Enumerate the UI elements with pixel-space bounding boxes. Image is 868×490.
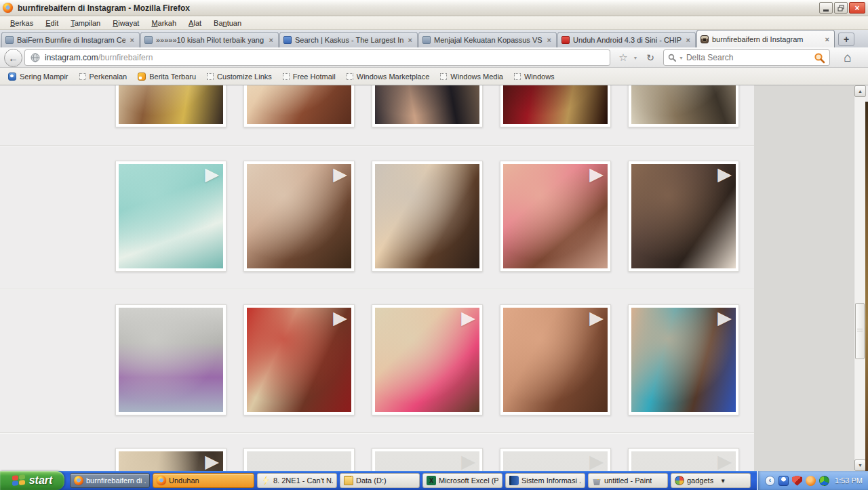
search-bar[interactable]: ▼ — [663, 49, 830, 66]
photo-card[interactable]: ▶ — [500, 304, 611, 415]
menu-alat[interactable]: Alat — [182, 18, 208, 28]
taskbar-clock: 1:53 PM — [835, 476, 863, 485]
photo-thumbnail — [119, 308, 223, 412]
photo-card[interactable]: ▶ — [243, 304, 355, 415]
desktop-wallpaper-edge — [865, 102, 868, 471]
search-input[interactable] — [686, 53, 811, 62]
page-content-instagram-grid: ▶▶▶▶▶▶▶▶▶▶▶▶ ▲ ▼ — [0, 85, 868, 471]
start-button[interactable]: start — [0, 471, 64, 490]
photo-card[interactable]: ▶ — [500, 161, 611, 272]
new-tab-button[interactable]: + — [838, 33, 854, 46]
restore-icon — [837, 5, 844, 12]
back-button[interactable]: ← — [4, 49, 22, 67]
messenger-tray-icon[interactable] — [778, 476, 789, 486]
menu-bantuan[interactable]: Bantuan — [208, 18, 248, 28]
bookmark-windows-marketplace[interactable]: Windows Marketplace — [342, 70, 434, 83]
photo-card[interactable]: ▶ — [628, 448, 739, 471]
minimize-button[interactable] — [819, 2, 833, 14]
photo-row — [115, 85, 739, 127]
bookmark-sering-mampir[interactable]: Sering Mampir — [4, 70, 73, 83]
tray-collapse-button[interactable]: ‹ — [765, 476, 775, 486]
vertical-scrollbar[interactable]: ▲ ▼ — [854, 85, 865, 471]
chevron-down-icon: ▼ — [633, 56, 638, 60]
tab-close-icon[interactable]: × — [685, 36, 692, 44]
graphics-utility-tray-icon[interactable] — [819, 476, 829, 486]
taskbar-button-sistem-informasi[interactable]: Sistem Informasi ... — [505, 473, 585, 488]
menu-riwayat[interactable]: Riwayat — [106, 18, 145, 28]
photo-card[interactable] — [372, 85, 483, 127]
home-button[interactable]: ⌂ — [838, 49, 857, 66]
reload-button[interactable]: ↻ — [643, 51, 658, 64]
photo-card[interactable] — [115, 85, 226, 127]
photo-card[interactable] — [243, 85, 355, 127]
play-icon: ▶ — [589, 309, 604, 327]
tab-close-icon[interactable]: × — [824, 35, 831, 43]
tab-close-icon[interactable]: × — [546, 36, 553, 44]
bookmark-customize-links[interactable]: Customize Links — [203, 70, 276, 83]
photo-card[interactable]: ▶ — [372, 304, 483, 415]
bookmark-windows-media[interactable]: Windows Media — [436, 70, 507, 83]
scrollbar-thumb[interactable] — [855, 303, 865, 359]
bookmark-berita-terbaru[interactable]: Berita Terbaru — [134, 70, 200, 83]
windows-taskbar: start burnfirebaifern di ... Unduhan 8. … — [0, 471, 868, 490]
photo-thumbnail — [631, 85, 736, 124]
photo-card[interactable] — [628, 85, 739, 127]
menu-edit[interactable]: Edit — [39, 18, 64, 28]
taskbar-button-firefox-burnfirebaifern[interactable]: burnfirebaifern di ... — [70, 473, 150, 488]
taskbar-button-data-d-drive[interactable]: Data (D:) — [340, 473, 420, 488]
bookmark-free-hotmail[interactable]: Free Hotmail — [279, 70, 340, 83]
photo-placeholder: ▶ — [503, 451, 608, 471]
taskbar-button-unduhan-downloads[interactable]: Unduhan — [153, 473, 254, 488]
taskbar-button-winamp-2ne1[interactable]: 8. 2NE1 - Can't N... — [257, 473, 337, 488]
photo-card[interactable]: ▶ — [243, 161, 355, 272]
photo-card[interactable] — [115, 304, 226, 415]
back-arrow-icon: ← — [8, 52, 18, 64]
chip-favicon — [561, 36, 570, 44]
menu-tampilan[interactable]: Tampilan — [64, 18, 106, 28]
row-divider — [0, 432, 754, 433]
orange-app-tray-icon[interactable] — [806, 476, 816, 486]
bookmark-windows[interactable]: Windows — [510, 70, 559, 83]
taskbar-button-gadgets[interactable]: gadgets ▼ — [671, 473, 751, 488]
default-bookmark-icon — [514, 73, 521, 80]
photo-card[interactable]: ▶ — [115, 448, 226, 471]
bookmark-dropdown-button[interactable]: ▼ — [631, 51, 640, 64]
default-bookmark-icon — [440, 73, 447, 80]
tab-kaskus-search[interactable]: Search | Kaskus - The Largest Indo... × — [279, 32, 418, 47]
scroll-up-button[interactable]: ▲ — [854, 85, 866, 97]
menu-markah[interactable]: Markah — [145, 18, 182, 28]
restore-button[interactable] — [834, 2, 848, 14]
chevron-down-icon[interactable]: ▼ — [720, 478, 726, 484]
menu-berkas[interactable]: Berkas — [4, 18, 39, 28]
taskbar-button-excel[interactable]: XMicrosoft Excel (P... — [422, 473, 502, 488]
bookmark-star-button[interactable]: ☆ — [616, 51, 631, 64]
search-go-icon[interactable] — [814, 52, 825, 64]
close-button[interactable]: × — [849, 2, 865, 14]
bookmark-perkenalan[interactable]: Perkenalan — [75, 70, 132, 83]
tab-kopassus[interactable]: Menjajal Kekuatan Kopassus VS Gu... × — [418, 32, 557, 47]
search-engine-dropdown-icon[interactable]: ▼ — [679, 56, 684, 60]
system-tray: ‹ 1:53 PM — [757, 471, 868, 490]
photo-card[interactable]: ▶ — [500, 448, 611, 471]
photo-card[interactable] — [372, 161, 483, 272]
tab-burnfirebaifern-active[interactable]: burnfirebaifern di Instagram × — [696, 30, 835, 47]
photo-card[interactable]: ▶ — [628, 304, 739, 415]
photo-card[interactable] — [500, 85, 611, 127]
antivirus-shield-tray-icon[interactable] — [792, 476, 802, 486]
tab-close-icon[interactable]: × — [268, 36, 275, 44]
play-icon: ▶ — [461, 309, 475, 327]
photo-card[interactable]: ▶ — [628, 161, 739, 272]
tab-close-icon[interactable]: × — [407, 36, 414, 44]
taskbar-button-paint[interactable]: untitled - Paint — [588, 473, 668, 488]
scroll-down-button[interactable]: ▼ — [854, 460, 866, 471]
tab-baifern-burnfire[interactable]: BaiFern Burnfire di Instagram Cew... × — [1, 32, 140, 47]
url-bar[interactable]: instagram.com/burnfirebaifern — [24, 49, 610, 66]
plus-icon: + — [844, 34, 849, 45]
photo-card[interactable]: ▶ — [372, 448, 483, 471]
photo-card[interactable]: ▶ — [115, 161, 226, 272]
tab-kisah-pilot[interactable]: »»»»»10 kisah Pilot terbaik yang p... × — [140, 32, 279, 47]
tab-chip-android[interactable]: Unduh Android 4.3 di Sini - CHIP O... × — [557, 32, 696, 47]
tab-close-icon[interactable]: × — [129, 36, 136, 44]
photo-placeholder: ▶ — [375, 451, 479, 471]
photo-card[interactable] — [243, 448, 355, 471]
